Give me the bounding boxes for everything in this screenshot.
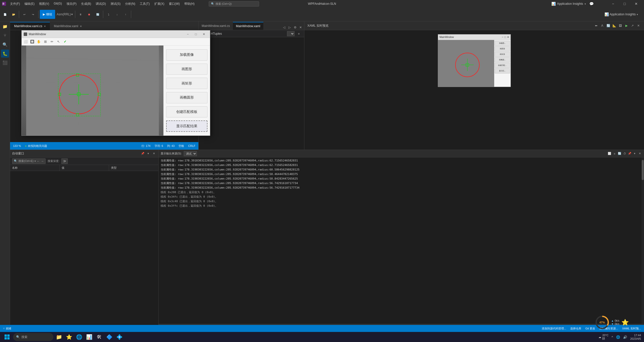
dialog-tb-check[interactable]: ✓ — [62, 39, 68, 45]
taskbar-app-7[interactable]: 💠 — [115, 332, 124, 341]
toolbar-step-in[interactable]: ↓ — [113, 10, 121, 19]
toolbar-open[interactable]: 📂 — [10, 10, 18, 19]
btn-draw-shape[interactable]: 画图形 — [166, 64, 207, 75]
taskbar-app-6[interactable]: 🔷 — [105, 332, 114, 341]
toolbar-restart[interactable]: 🔄 — [94, 10, 102, 19]
auto-collapse[interactable]: ▾ — [146, 151, 151, 156]
select-repo[interactable]: 选择仓库 — [570, 327, 581, 330]
menu-file[interactable]: 文件(F) — [8, 1, 22, 7]
tab-xaml-cs[interactable]: MainWindow.xaml.cs ✕ — [10, 22, 50, 30]
btn-load-image[interactable]: 加载图像 — [166, 49, 207, 61]
middle-settings[interactable]: ⚙ — [293, 25, 298, 30]
middle-close-panel[interactable]: ✕ — [298, 25, 303, 30]
output-collapse[interactable]: ▾ — [632, 151, 637, 156]
xaml-ctrl-4[interactable]: 📐 — [612, 23, 617, 28]
dialog-tb-zoom[interactable]: 🔲 — [29, 39, 35, 45]
output-ctrl-1[interactable]: ⬜ — [607, 151, 612, 156]
taskbar-search[interactable]: 🔍 搜索 — [13, 333, 53, 341]
taskbar-app-2[interactable]: ⭐ — [64, 332, 74, 341]
toolbar-insights[interactable]: Application Insights — [610, 13, 636, 16]
toolbar-stop[interactable]: ⏹ — [85, 10, 93, 19]
xaml-collapse[interactable]: ↗ — [630, 23, 635, 28]
menu-help[interactable]: 帮助(H) — [182, 1, 197, 7]
taskbar-edge[interactable]: 🌐 — [75, 332, 84, 341]
middle-tab-1[interactable]: MainWindow.xaml.cs — [199, 22, 233, 30]
maximize-button[interactable]: □ — [619, 0, 630, 8]
toolbar-step-over[interactable]: ⤵ — [104, 10, 113, 19]
middle-collapse-left[interactable]: ◁ — [281, 25, 287, 30]
output-close[interactable]: ✕ — [637, 151, 642, 156]
htuples-select[interactable] — [287, 31, 295, 36]
output-ctrl-2[interactable]: ≡ — [612, 151, 617, 156]
menu-debug[interactable]: 调试(D) — [94, 1, 108, 7]
auto-search-dropdown[interactable]: ▾ — [34, 160, 36, 162]
menu-project[interactable]: 项目(P) — [64, 1, 79, 7]
taskbar-app-4[interactable]: 📊 — [85, 332, 94, 341]
toolbar-continue[interactable]: ▶ 继续 — [40, 10, 55, 19]
menu-analyze[interactable]: 分析(N) — [123, 1, 137, 7]
search-box[interactable]: 🔍 搜索 (Ctrl+Q) — [209, 1, 259, 7]
xaml-ctrl-3[interactable]: 🔄 — [606, 23, 611, 28]
minimize-button[interactable]: − — [607, 0, 619, 8]
btn-draw-rect[interactable]: 画矩形 — [166, 78, 207, 89]
taskbar-time[interactable]: 17:44 2023/4/5 — [630, 333, 641, 341]
middle-collapse-right[interactable]: ▷ — [287, 25, 292, 30]
close-button[interactable]: ✕ — [630, 0, 642, 8]
auto-search-box[interactable]: 🔍 搜索(Ctrl+E) ▾ ← → — [12, 158, 46, 164]
sidebar-solution-explorer[interactable]: 📁 — [1, 22, 9, 30]
toolbar-undo[interactable]: ↩ — [20, 10, 28, 19]
toolbar-new[interactable]: 📄 — [1, 10, 9, 19]
middle-tab-2[interactable]: MainWindow.xaml — [233, 22, 263, 30]
tab-xaml[interactable]: MainWindow.xaml ✕ — [50, 22, 86, 30]
weather-widget[interactable]: ☁ 20°C 阴 — [598, 334, 609, 340]
menu-window[interactable]: 窗口(W) — [167, 1, 182, 7]
app-insights-label[interactable]: Application Insights — [557, 2, 583, 6]
dialog-tb-pan[interactable]: ✋ — [36, 39, 42, 45]
sidebar-search[interactable]: 🔍 — [1, 40, 9, 49]
dialog-tb-select[interactable]: ⬜ — [23, 39, 29, 45]
sidebar-debug[interactable]: 🐛 — [1, 50, 9, 58]
dialog-tb-arrow[interactable]: ↖ — [55, 39, 61, 45]
menu-git[interactable]: Git(G) — [52, 1, 64, 7]
xaml-ctrl-1[interactable]: ⬅ — [594, 23, 599, 28]
add-source[interactable]: 添加到源代码管理... — [542, 327, 566, 330]
auto-search-next[interactable]: → — [41, 159, 44, 163]
taskbar-vs[interactable]: 🛠 — [95, 332, 104, 341]
git-changes[interactable]: Git 更改 — [585, 327, 595, 330]
btn-show-result[interactable]: 显示匹配结果 — [166, 120, 207, 132]
sidebar-extensions[interactable]: ⬛ — [1, 59, 9, 67]
toolbar-redo[interactable]: ↪ — [29, 10, 37, 19]
menu-edit[interactable]: 编辑(E) — [22, 1, 37, 7]
status-branch[interactable]: ⑂ 就绪 — [3, 327, 11, 330]
dialog-tb-draw[interactable]: ✏ — [49, 39, 55, 45]
auto-pin[interactable]: 📌 — [140, 151, 145, 156]
dialog-maximize[interactable]: □ — [192, 31, 200, 37]
output-source-select[interactable]: 调试 — [184, 151, 197, 156]
sidebar-git[interactable]: ⑂ — [1, 31, 9, 39]
output-scrollbar[interactable] — [641, 157, 644, 324]
xaml-ctrl-5[interactable]: 🖼 — [618, 23, 623, 28]
dialog-tb-roi[interactable]: ⊞ — [42, 39, 48, 45]
auto-close[interactable]: ✕ — [151, 151, 156, 156]
menu-extensions[interactable]: 扩展(X) — [152, 1, 166, 7]
menu-view[interactable]: 视图(V) — [37, 1, 51, 7]
xaml-ctrl-6[interactable]: ▶ — [624, 23, 629, 28]
feedback-icon[interactable]: 💬 — [589, 2, 594, 6]
output-ctrl-4[interactable]: ⏱ — [622, 151, 627, 156]
menu-build[interactable]: 生成(B) — [79, 1, 93, 7]
menu-test[interactable]: 测试(S) — [109, 1, 123, 7]
htuples-add[interactable]: + — [297, 31, 301, 36]
xaml-ctrl-2[interactable]: A — [600, 23, 605, 28]
btn-create-template[interactable]: 创建匹配模板 — [166, 106, 207, 118]
depth-select[interactable]: 3 ▾ — [61, 158, 68, 164]
toolbar-asmrpl[interactable]: Asm(RRL) ▾ — [56, 10, 74, 19]
taskbar-file-explorer[interactable]: 📁 — [54, 332, 63, 341]
toolbar-pause[interactable]: ⏸ — [77, 10, 85, 19]
tab-xaml-cs-close[interactable]: ✕ — [44, 25, 46, 28]
dialog-close[interactable]: ✕ — [200, 31, 208, 37]
tab-xaml-close[interactable]: ✕ — [80, 25, 82, 28]
output-pin[interactable]: 📌 — [627, 151, 632, 156]
dialog-minimize[interactable]: − — [184, 31, 192, 37]
auto-search-prev[interactable]: ← — [37, 159, 40, 163]
btn-draw-ellipse[interactable]: 画椭圆形 — [166, 92, 207, 103]
